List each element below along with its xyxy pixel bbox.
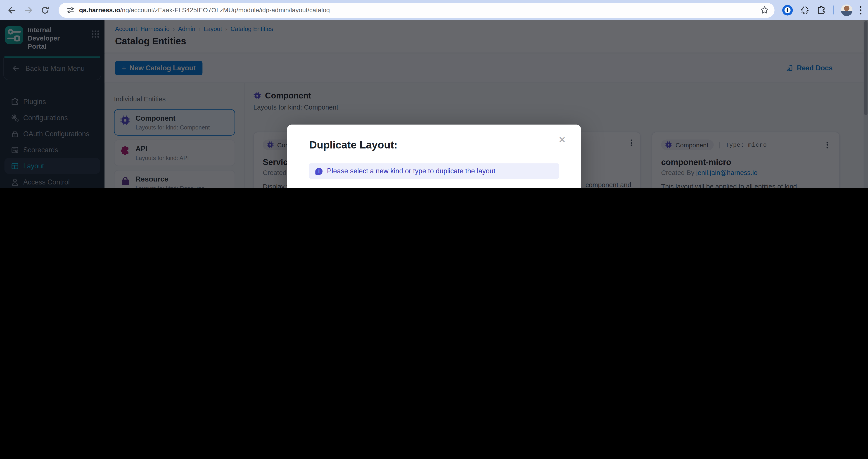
browser-toolbar: qa.harness.io/ng/account/zEaak-FLS425IEO… — [0, 0, 868, 20]
browser-extensions-area — [775, 4, 868, 16]
browser-forward-icon[interactable] — [24, 5, 33, 15]
info-banner: i Please select a new kind or type to du… — [309, 164, 559, 179]
info-icon: i — [315, 168, 322, 175]
onepassword-extension-icon[interactable] — [782, 5, 793, 15]
site-settings-icon[interactable] — [66, 6, 75, 14]
screen: qa.harness.io/ng/account/zEaak-FLS425IEO… — [0, 0, 868, 188]
modal-title: Duplicate Layout: — [309, 139, 559, 151]
browser-reload-icon[interactable] — [40, 5, 50, 15]
browser-menu-icon[interactable] — [860, 6, 861, 14]
browser-profile-avatar[interactable] — [841, 4, 852, 16]
divider — [833, 5, 834, 14]
extension-spinner-icon[interactable] — [800, 5, 809, 15]
close-icon[interactable]: ✕ — [558, 136, 566, 144]
browser-back-icon[interactable] — [7, 5, 17, 15]
info-banner-text: Please select a new kind or type to dupl… — [327, 167, 496, 175]
duplicate-layout-modal: Duplicate Layout: ✕ i Please select a ne… — [287, 124, 581, 188]
url-text[interactable]: qa.harness.io/ng/account/zEaak-FLS425IEO… — [79, 6, 756, 13]
bookmark-star-icon[interactable] — [760, 5, 769, 14]
extensions-puzzle-icon[interactable] — [817, 5, 826, 15]
address-bar[interactable]: qa.harness.io/ng/account/zEaak-FLS425IEO… — [59, 2, 774, 18]
